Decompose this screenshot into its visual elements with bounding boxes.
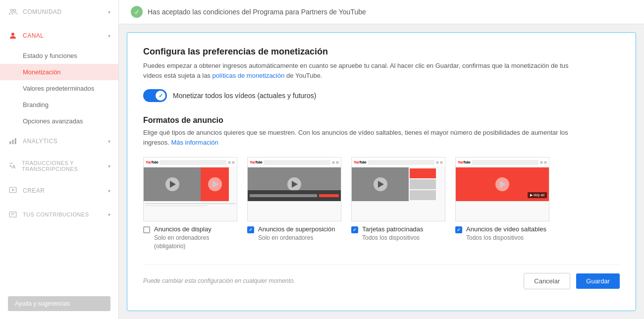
sidebar: COMUNIDAD ▾ CANAL ▾ Estado y funciones M… [0,0,119,319]
contribuciones-label: TUS CONTRIBUCIONES [23,212,89,217]
display-checkbox-row: Anuncios de display Solo en ordenadores … [143,225,237,251]
formats-description: Elige qué tipos de anuncios quieres que … [143,128,589,147]
top-banner: ✓ Has aceptado las condiciones del Progr… [119,0,644,24]
crear-icon [8,186,18,196]
toggle-thumb [156,91,165,101]
sidebar-section-crear: CREAR ▾ [0,179,118,203]
sidebar-section-analytics: ANALYTICS ▾ [0,129,118,153]
monetize-toggle[interactable] [143,89,167,102]
contribuciones-chevron: ▾ [108,212,111,217]
ad-preview-sponsored: YouTube [351,157,445,221]
svg-marker-7 [12,189,15,191]
yt-logo-3: YouTube [354,160,366,164]
display-ad-sub: Solo en ordenadores (obligatorio) [154,234,237,251]
sidebar-item-comunidad[interactable]: COMUNIDAD ▾ [0,0,118,24]
play-icon-1b [208,177,222,191]
sidebar-item-analytics[interactable]: ANALYTICS ▾ [0,129,118,153]
overlay-checkbox[interactable] [247,226,254,233]
crear-chevron: ▾ [108,188,111,194]
ad-card-display: YouTube [143,157,237,251]
ad-preview-skippable: YouTube ▶ skip ad [455,157,549,221]
play-icon-4 [495,177,509,191]
footer-note: Puede cambiar esta configuración en cual… [143,277,518,284]
sidebar-item-monetizacion[interactable]: Monetización [0,64,118,80]
formats-title: Formatos de anuncio [143,116,620,125]
svg-rect-3 [9,141,11,144]
banner-text: Has aceptado las condiciones del Program… [148,8,366,16]
sidebar-item-canal[interactable]: CANAL ▾ [0,24,118,48]
ad-card-skippable: YouTube ▶ skip ad [455,157,549,251]
sidebar-item-estado[interactable]: Estado y funciones [0,48,118,64]
play-icon-3 [374,177,387,191]
yt-logo-1: YouTube [146,160,158,164]
ad-card-sponsored: YouTube [351,157,445,251]
ad-card-overlay: YouTube [247,157,341,251]
sponsored-checkbox-row: Tarjetas patrocinadas Todos los disposit… [351,225,445,242]
card-footer: Puede cambiar esta configuración en cual… [143,265,620,289]
sidebar-section-contribuciones: TUS CONTRIBUCIONES ▾ [0,203,118,226]
svg-rect-5 [15,138,16,144]
svg-rect-4 [12,140,14,144]
comunidad-chevron: ▾ [108,9,111,15]
ad-preview-display: YouTube [143,157,237,221]
skippable-checkbox[interactable] [455,226,462,233]
play-icon-2 [287,177,301,191]
page-title: Configura las preferencias de monetizaci… [143,47,620,57]
traducciones-label: TRADUCCIONES Y TRANSCRIPCIONES [22,160,108,172]
canal-icon [8,31,18,41]
svg-point-2 [11,33,14,36]
skippable-ad-sub: Todos los dispositivos [466,234,546,242]
sponsored-ad-sub: Todos los dispositivos [362,234,424,242]
display-checkbox[interactable] [143,226,150,233]
sidebar-item-traducciones[interactable]: TRADUCCIONES Y TRANSCRIPCIONES ▾ [0,153,118,179]
overlay-ad-sub: Solo en ordenadores [258,234,335,242]
display-ad-name: Anuncios de display [154,225,237,233]
overlay-checkbox-row: Anuncios de superposición Solo en ordena… [247,225,341,242]
community-icon [8,7,18,17]
sidebar-item-opciones[interactable]: Opciones avanzadas [0,113,118,129]
toggle-row: Monetizar todos los vídeos (actuales y f… [143,89,620,102]
content-card: Configura las preferencias de monetizaci… [127,32,636,311]
help-button[interactable]: Ayuda y sugerencias [8,296,110,311]
monetization-policy-link[interactable]: políticas de monetización [212,72,284,79]
contribuciones-icon [8,210,18,219]
more-info-link[interactable]: Más información [171,139,218,146]
analytics-label: ANALYTICS [23,138,57,145]
crear-label: CREAR [23,187,45,194]
sidebar-item-valores[interactable]: Valores predeterminados [0,80,118,97]
cancel-button[interactable]: Cancelar [524,273,570,289]
comunidad-label: COMUNIDAD [23,8,62,15]
svg-rect-8 [9,212,16,217]
sidebar-item-branding[interactable]: Branding [0,97,118,113]
canal-label: CANAL [23,32,44,39]
sidebar-item-contribuciones[interactable]: TUS CONTRIBUCIONES ▾ [0,203,118,226]
sponsored-checkbox[interactable] [351,226,358,233]
overlay-ad-name: Anuncios de superposición [258,225,335,233]
play-icon-1 [165,177,179,191]
translate-icon [8,161,17,171]
analytics-icon [8,136,18,146]
sidebar-section-traducciones: TRADUCCIONES Y TRANSCRIPCIONES ▾ [0,153,118,179]
svg-point-0 [11,9,13,12]
banner-check-icon: ✓ [131,6,143,18]
sidebar-section-comunidad: COMUNIDAD ▾ [0,0,118,24]
sidebar-section-canal: CANAL ▾ Estado y funciones Monetización … [0,24,118,129]
sidebar-item-crear[interactable]: CREAR ▾ [0,179,118,203]
skippable-checkbox-row: Anuncios de vídeo saltables Todos los di… [455,225,549,242]
save-button[interactable]: Guardar [576,273,620,289]
toggle-label: Monetizar todos los vídeos (actuales y f… [173,92,316,100]
analytics-chevron: ▾ [108,139,111,144]
yt-logo-2: YouTube [250,160,262,164]
main-content: ✓ Has aceptado las condiciones del Progr… [119,0,644,319]
ad-cards-row: YouTube [143,157,620,251]
traducciones-chevron: ▾ [108,163,111,169]
ad-preview-overlay: YouTube [247,157,341,221]
yt-logo-4: YouTube [458,160,470,164]
skip-ad-label: ▶ skip ad [528,192,547,198]
skippable-ad-name: Anuncios de vídeo saltables [466,225,546,233]
svg-point-1 [14,9,16,12]
main-description: Puedes empezar a obtener ingresos automá… [143,61,589,80]
canal-chevron: ▾ [108,33,111,39]
sponsored-ad-name: Tarjetas patrocinadas [362,225,424,233]
